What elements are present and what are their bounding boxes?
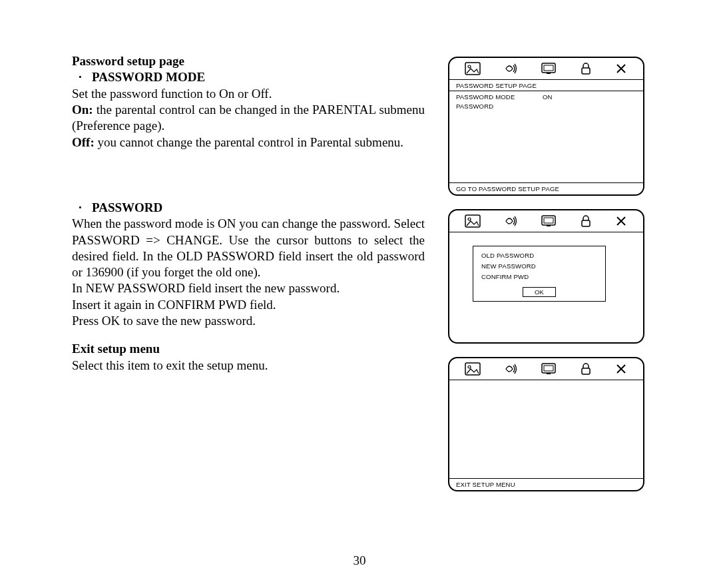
sound-icon — [503, 362, 519, 376]
lock-icon — [579, 214, 593, 228]
bullet-label: PASSWORD — [92, 200, 162, 216]
heading-password-setup-page: Password setup page — [72, 53, 425, 69]
paragraph: On: the parental control can be changed … — [72, 102, 425, 135]
bullet-dot: · — [72, 200, 92, 216]
paragraph: Off: you cannot change the parental cont… — [72, 135, 425, 150]
svg-rect-10 — [547, 225, 551, 226]
bullet-label: PASSWORD MODE — [92, 69, 205, 85]
svg-rect-9 — [544, 218, 553, 223]
svg-rect-17 — [582, 368, 590, 374]
heading-exit-setup-menu: Exit setup menu — [72, 341, 425, 357]
diagram-footer: GO TO PASSWORD SETUP PAGE — [449, 182, 643, 194]
menu-label: PASSWORD MODE — [456, 93, 543, 101]
bullet-password-mode: · PASSWORD MODE — [72, 69, 425, 85]
close-icon — [614, 214, 628, 228]
svg-rect-16 — [547, 373, 551, 374]
paragraph: Press OK to save the new password. — [72, 313, 425, 329]
svg-point-7 — [468, 218, 471, 220]
field-old-password: OLD PASSWORD — [481, 252, 597, 259]
svg-point-1 — [468, 65, 471, 68]
diagram-footer: EXIT SETUP MENU — [449, 478, 643, 490]
password-dialog: OLD PASSWORD NEW PASSWORD CONFIRM PWD OK — [473, 246, 606, 302]
svg-rect-3 — [544, 65, 553, 71]
svg-point-13 — [468, 366, 471, 368]
sound-icon — [503, 214, 519, 228]
paragraph: Set the password function to On or Off. — [72, 86, 425, 102]
paragraph: In NEW PASSWORD field insert the new pas… — [72, 280, 425, 296]
bullet-password: · PASSWORD — [72, 200, 425, 216]
diagram-title: PASSWORD SETUP PAGE — [449, 80, 643, 91]
field-confirm-pwd: CONFIRM PWD — [481, 273, 597, 280]
paragraph: When the password mode is ON you can cha… — [72, 216, 425, 280]
screen-icon — [541, 62, 557, 75]
svg-rect-11 — [582, 220, 590, 226]
diagram-menu: PASSWORD MODE ON PASSWORD — [449, 91, 643, 111]
svg-rect-15 — [544, 366, 553, 371]
picture-icon — [465, 62, 481, 75]
diagram-exit-setup-menu: EXIT SETUP MENU — [448, 357, 644, 491]
svg-rect-4 — [547, 73, 551, 74]
close-icon — [614, 62, 628, 75]
screen-icon — [541, 214, 557, 228]
menu-value: ON — [543, 93, 553, 101]
picture-icon — [465, 362, 481, 376]
menu-row-password: PASSWORD — [456, 103, 636, 110]
diagram-iconbar — [449, 358, 643, 380]
sound-icon — [503, 62, 519, 75]
diagram-iconbar — [449, 210, 643, 232]
menu-label: PASSWORD — [456, 103, 543, 110]
diagram-iconbar — [449, 58, 643, 80]
picture-icon — [465, 214, 481, 228]
diagram-column: PASSWORD SETUP PAGE PASSWORD MODE ON PAS… — [448, 57, 651, 491]
inline-bold-off: Off: — [72, 135, 95, 149]
bullet-dot: · — [72, 69, 92, 85]
inline-text: you cannot change the parental control i… — [95, 135, 403, 149]
diagram-password-setup-page: PASSWORD SETUP PAGE PASSWORD MODE ON PAS… — [448, 57, 644, 196]
ok-button: OK — [523, 287, 556, 297]
menu-row-password-mode: PASSWORD MODE ON — [456, 93, 636, 101]
svg-rect-5 — [582, 68, 590, 74]
inline-text: the parental control can be changed in t… — [72, 103, 425, 133]
text-column: Password setup page · PASSWORD MODE Set … — [72, 53, 425, 491]
paragraph: Insert it again in CONFIRM PWD field. — [72, 297, 425, 313]
lock-icon — [579, 362, 593, 376]
field-new-password: NEW PASSWORD — [481, 262, 597, 270]
lock-icon — [579, 62, 593, 75]
paragraph: Select this item to exit the setup menu. — [72, 358, 425, 374]
page-number: 30 — [0, 553, 719, 568]
screen-icon — [541, 362, 557, 376]
inline-bold-on: On: — [72, 103, 93, 117]
diagram-password-change: OLD PASSWORD NEW PASSWORD CONFIRM PWD OK — [448, 209, 644, 344]
close-icon — [614, 362, 628, 376]
